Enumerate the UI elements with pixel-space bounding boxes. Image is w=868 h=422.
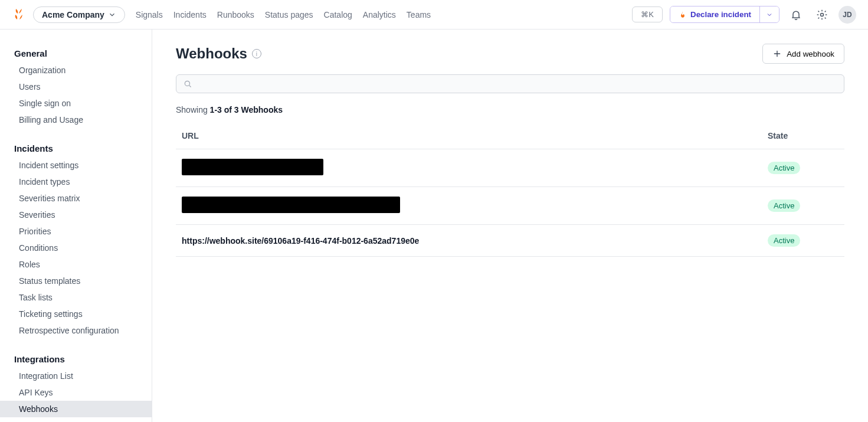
search-box[interactable]: [176, 74, 844, 93]
plus-icon: [772, 49, 782, 58]
settings-button[interactable]: [813, 5, 831, 24]
sidebar-item-task-lists[interactable]: Task lists: [0, 289, 152, 306]
sidebar-item-users[interactable]: Users: [0, 78, 152, 95]
status-badge: Active: [768, 162, 800, 174]
nav-catalog[interactable]: Catalog: [324, 10, 352, 19]
webhook-url-cell: https://webhook.site/69106a19-f416-474f-…: [176, 225, 762, 257]
notifications-button[interactable]: [787, 5, 805, 24]
webhook-state-cell: Active: [762, 225, 844, 257]
status-badge: Active: [768, 234, 800, 247]
declare-incident-label: Declare incident: [690, 10, 751, 19]
search-icon: [184, 80, 192, 88]
svg-point-0: [821, 13, 824, 16]
sidebar-group-general: General: [0, 44, 152, 62]
column-state: State: [762, 131, 844, 149]
info-icon[interactable]: i: [252, 49, 261, 58]
command-k-button[interactable]: ⌘K: [632, 6, 663, 22]
org-name: Acme Company: [42, 10, 104, 19]
sidebar-item-priorities[interactable]: Priorities: [0, 223, 152, 240]
bell-icon: [790, 9, 802, 21]
webhook-url-cell: [176, 187, 762, 225]
sidebar-item-incident-types[interactable]: Incident types: [0, 174, 152, 190]
org-picker[interactable]: Acme Company: [33, 6, 125, 23]
logo[interactable]: [12, 8, 26, 22]
sidebar-item-status-templates[interactable]: Status templates: [0, 273, 152, 289]
table-row[interactable]: Active: [176, 187, 844, 225]
main-nav: Signals Incidents Runbooks Status pages …: [136, 10, 431, 19]
sidebar-item-integration-list[interactable]: Integration List: [0, 368, 152, 384]
sidebar-item-webhooks[interactable]: Webhooks: [0, 401, 152, 417]
results-count: Showing 1-3 of 3 Webhooks: [176, 105, 844, 115]
sidebar-item-severities[interactable]: Severities: [0, 207, 152, 223]
nav-status-pages[interactable]: Status pages: [265, 10, 313, 19]
redacted-url: [182, 159, 323, 175]
sidebar-item-organization[interactable]: Organization: [0, 62, 152, 78]
sidebar-item-billing[interactable]: Billing and Usage: [0, 112, 152, 128]
page-title: Webhooks: [176, 45, 247, 62]
sidebar-item-severities-matrix[interactable]: Severities matrix: [0, 190, 152, 207]
sidebar-item-roles[interactable]: Roles: [0, 256, 152, 273]
avatar[interactable]: JD: [838, 6, 856, 24]
webhook-state-cell: Active: [762, 187, 844, 225]
fire-icon: [679, 11, 687, 19]
declare-incident-button[interactable]: Declare incident: [670, 6, 759, 22]
declare-incident-caret[interactable]: [759, 6, 779, 22]
add-webhook-label: Add webhook: [787, 50, 834, 58]
nav-teams[interactable]: Teams: [407, 10, 431, 19]
nav-incidents[interactable]: Incidents: [173, 10, 207, 19]
gear-icon: [816, 9, 828, 21]
svg-point-1: [185, 81, 189, 86]
sidebar-item-incident-settings[interactable]: Incident settings: [0, 157, 152, 174]
status-badge: Active: [768, 199, 800, 212]
sidebar-group-incidents: Incidents: [0, 139, 152, 157]
sidebar-item-retrospective-config[interactable]: Retrospective configuration: [0, 322, 152, 339]
nav-analytics[interactable]: Analytics: [363, 10, 396, 19]
webhook-state-cell: Active: [762, 149, 844, 187]
table-row[interactable]: https://webhook.site/69106a19-f416-474f-…: [176, 225, 844, 257]
column-url: URL: [176, 131, 762, 149]
sidebar-item-conditions[interactable]: Conditions: [0, 240, 152, 256]
chevron-down-icon: [108, 11, 116, 19]
sidebar-item-sso[interactable]: Single sign on: [0, 95, 152, 112]
webhook-url-cell: [176, 149, 762, 187]
redacted-url: [182, 197, 400, 213]
settings-sidebar: General Organization Users Single sign o…: [0, 30, 152, 422]
search-input[interactable]: [196, 79, 837, 89]
add-webhook-button[interactable]: Add webhook: [762, 44, 844, 64]
sidebar-item-ticketing-settings[interactable]: Ticketing settings: [0, 306, 152, 322]
sidebar-group-integrations: Integrations: [0, 349, 152, 368]
chevron-down-icon: [766, 11, 773, 18]
main-content: Webhooks i Add webhook Showing 1-3 of 3 …: [152, 30, 868, 422]
sidebar-item-api-keys[interactable]: API Keys: [0, 384, 152, 401]
nav-runbooks[interactable]: Runbooks: [217, 10, 254, 19]
webhooks-table: URL State ActiveActivehttps://webhook.si…: [176, 131, 844, 257]
nav-signals[interactable]: Signals: [136, 10, 163, 19]
table-row[interactable]: Active: [176, 149, 844, 187]
